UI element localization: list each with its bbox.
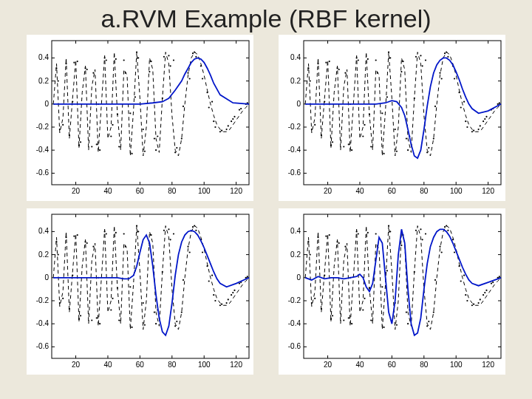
svg-point-177 [317, 63, 318, 64]
svg-point-385 [460, 280, 462, 282]
svg-point-307 [206, 265, 208, 267]
svg-text:-0.4: -0.4 [36, 319, 50, 327]
svg-point-257 [80, 315, 81, 316]
svg-text:-0.2: -0.2 [288, 296, 301, 304]
svg-point-202 [478, 129, 480, 130]
svg-point-146 [314, 124, 316, 126]
svg-point-380 [428, 321, 429, 322]
svg-point-276 [202, 251, 203, 253]
svg-point-68 [59, 129, 61, 130]
svg-point-80 [136, 52, 137, 53]
svg-text:80: 80 [168, 187, 177, 195]
svg-point-378 [415, 230, 417, 231]
svg-point-384 [454, 251, 455, 253]
svg-point-188 [388, 52, 389, 53]
svg-point-50 [137, 57, 139, 58]
svg-point-303 [181, 312, 183, 313]
svg-point-197 [446, 52, 447, 53]
svg-point-295 [129, 286, 131, 287]
svg-text:100: 100 [198, 361, 211, 369]
svg-point-255 [69, 308, 70, 310]
svg-point-261 [106, 233, 107, 234]
svg-point-301 [168, 228, 169, 230]
svg-point-280 [228, 299, 229, 300]
svg-point-208 [348, 143, 349, 145]
svg-point-264 [125, 246, 126, 248]
svg-point-189 [395, 129, 396, 130]
svg-text:40: 40 [355, 361, 364, 369]
svg-point-52 [150, 61, 151, 62]
svg-text:40: 40 [103, 187, 112, 195]
svg-point-88 [187, 72, 188, 74]
svg-point-46 [112, 124, 113, 126]
svg-point-101 [115, 58, 117, 60]
svg-point-95 [232, 118, 233, 120]
svg-point-107 [231, 120, 232, 122]
svg-text:-0.6: -0.6 [288, 342, 301, 350]
svg-point-391 [499, 276, 500, 277]
svg-point-375 [396, 324, 398, 326]
svg-point-38 [62, 124, 64, 126]
svg-point-47 [118, 146, 120, 147]
svg-point-321 [192, 226, 194, 228]
svg-point-294 [123, 233, 125, 234]
svg-point-214 [463, 101, 465, 103]
svg-point-150 [338, 69, 340, 70]
svg-point-55 [170, 65, 171, 66]
chart-grid: 20406080100120-0.6-0.4-0.200.20.4 204060… [0, 35, 532, 388]
svg-point-172 [480, 125, 481, 126]
svg-text:60: 60 [136, 187, 145, 195]
svg-point-96 [239, 109, 240, 111]
svg-point-395 [330, 318, 332, 320]
svg-point-209 [367, 58, 369, 60]
svg-point-152 [351, 149, 352, 151]
svg-point-373 [383, 327, 384, 328]
svg-point-72 [84, 67, 86, 69]
svg-point-145 [307, 67, 309, 69]
svg-point-211 [406, 138, 407, 140]
svg-point-368 [351, 323, 352, 324]
svg-point-86 [174, 151, 176, 153]
svg-point-199 [458, 92, 460, 93]
svg-point-69 [65, 63, 66, 64]
svg-point-178 [324, 101, 325, 103]
svg-text:0: 0 [296, 100, 301, 108]
svg-point-203 [484, 118, 485, 120]
svg-point-205 [497, 103, 499, 105]
svg-text:-0.2: -0.2 [288, 123, 301, 131]
svg-point-207 [329, 61, 330, 62]
svg-point-317 [115, 232, 117, 233]
svg-point-410 [426, 325, 428, 327]
svg-text:0.4: 0.4 [290, 227, 301, 235]
svg-point-279 [221, 304, 222, 305]
svg-point-85 [168, 55, 169, 56]
svg-text:100: 100 [450, 187, 463, 195]
svg-point-286 [72, 275, 73, 276]
svg-point-43 [92, 72, 94, 74]
svg-point-190 [400, 71, 402, 72]
chart-svg-2: 20406080100120-0.6-0.4-0.200.20.4 [279, 35, 505, 201]
svg-point-383 [447, 230, 449, 231]
svg-text:100: 100 [198, 187, 211, 195]
svg-point-310 [226, 302, 228, 304]
svg-point-41 [80, 141, 81, 143]
chart-svg-1: 20406080100120-0.6-0.4-0.200.20.4 [27, 35, 253, 201]
svg-point-160 [402, 61, 403, 62]
svg-text:40: 40 [103, 361, 112, 369]
svg-text:20: 20 [324, 187, 332, 195]
svg-point-402 [375, 233, 377, 234]
svg-point-200 [465, 120, 466, 122]
svg-text:100: 100 [450, 361, 463, 369]
svg-point-316 [96, 317, 98, 318]
svg-point-148 [325, 62, 327, 64]
svg-point-404 [388, 225, 389, 227]
svg-text:-0.6: -0.6 [36, 342, 50, 350]
svg-point-417 [471, 304, 473, 306]
svg-point-387 [473, 304, 474, 305]
svg-point-397 [343, 319, 344, 321]
svg-point-430 [463, 275, 465, 276]
svg-point-48 [125, 72, 126, 74]
chart-panel-1: 20406080100120-0.6-0.4-0.200.20.4 [27, 35, 253, 201]
svg-point-413 [446, 225, 447, 227]
svg-point-103 [154, 138, 155, 140]
